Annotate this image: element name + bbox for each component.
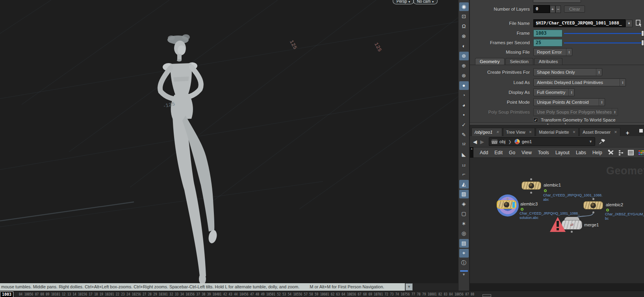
display-flag[interactable] [512,202,515,208]
missing-file-dropdown[interactable]: Report Error [533,48,572,56]
node-label[interactable]: alembic3 [520,202,538,206]
node-input-connector[interactable] [530,178,532,180]
info-icon[interactable]: ⓘ [459,259,469,267]
particle-fan-icon[interactable]: ∗ [459,219,469,228]
menu-tools[interactable]: Tools [538,150,549,155]
lock-icon[interactable]: Ω [459,22,469,31]
transform-geometry-checkbox[interactable]: ✓ [533,118,538,122]
toolbar-overflow-arrow[interactable]: ▼ [462,273,466,276]
transparency-icon[interactable]: ▨ [459,190,469,198]
tab-geometry[interactable]: Geometry [475,58,505,65]
snapping-icon[interactable]: ⊡ [459,12,469,21]
prim-marker-icon[interactable]: ◣ [459,150,469,159]
close-icon[interactable]: ✕ [496,130,499,134]
number-of-layers-field[interactable]: 0 [533,5,550,13]
point-numbers-icon[interactable]: ¹² [459,140,469,149]
point-mode-dropdown[interactable]: Unique Points At Centroid [533,98,605,106]
layers-minus-button[interactable]: − [555,6,561,13]
menu-labs[interactable]: Labs [576,150,586,155]
menu-layout[interactable]: Layout [555,150,570,155]
node-output-connector[interactable] [571,231,573,233]
network-canvas[interactable]: Geometry alembic1 Char_CYEED_JRPQHQ_1001… [470,158,644,283]
snapshot-icon[interactable]: ▤ [459,239,469,248]
new-tab-button[interactable]: + [621,129,634,136]
camera-persp-button[interactable]: Persp [393,0,414,4]
path-field[interactable]: obj ❯ geo1 ▼ [489,137,595,146]
frame-ruler[interactable]: 04 10056 07 08 09 10101 12 13 14 10156 1… [19,292,386,296]
pen-icon[interactable]: ✎ [459,131,469,139]
frame-slider-handle[interactable] [641,30,644,36]
hide-objects-icon[interactable]: ◕ [459,101,469,110]
tab-attributes[interactable]: Attributes [534,58,563,65]
display-options-icon[interactable]: ◎ [459,229,469,238]
fps-field[interactable]: 25 [533,39,562,47]
node-input-connector[interactable] [507,198,509,200]
close-icon[interactable]: ✕ [614,130,617,134]
list-view-icon[interactable] [628,150,634,155]
fps-slider-handle[interactable] [641,40,644,46]
headlight-icon[interactable]: ⊚ [459,52,469,60]
file-name-field[interactable]: $HIP/Char_CYEED_JRPQHQ_1001_1088_ [533,19,625,27]
pane-tab--obj-geo1[interactable]: /obj/geo1✕ [471,128,502,136]
poly-soup-dropdown[interactable]: Use Poly Soups For Polygon Meshes [533,108,618,116]
menu-view[interactable]: View [522,150,532,155]
back-arrow-icon[interactable]: ◀ [473,139,477,145]
close-icon[interactable]: ✕ [529,130,532,134]
menu-go[interactable]: Go [509,150,515,155]
file-name-menu-arrow[interactable]: ▼ [625,20,633,27]
diamond-icon[interactable]: ◈ [459,200,469,208]
pane-tab-asset-browser[interactable]: Asset Browser✕ [579,128,620,136]
menu-add[interactable]: Add [480,150,488,155]
close-icon[interactable]: ✕ [573,130,576,134]
toolbar-scroll-nub[interactable] [460,270,468,272]
menu-help[interactable]: Help [592,150,602,155]
layers-plus-button[interactable]: + [550,6,555,13]
view-select-icon[interactable]: ◉ [459,2,469,11]
normals-icon[interactable]: ◭ [459,180,469,189]
fps-slider[interactable] [564,42,641,43]
load-as-dropdown[interactable]: Alembic Delayed Load Primitives [533,78,626,86]
frame-slider[interactable] [564,33,641,34]
display-as-dropdown[interactable]: Full Geometry [533,88,575,96]
clear-button[interactable]: Clear [564,6,585,13]
node-label[interactable]: merge1 [584,222,599,227]
current-frame-indicator[interactable]: 1003 [0,291,13,297]
network-hierarchy-icon[interactable] [618,150,624,155]
tools-icon[interactable] [608,149,614,155]
node-alembic1[interactable] [522,181,541,190]
add-light-icon[interactable]: ⊕ [459,62,469,70]
pane-maximize-icon[interactable] [639,129,643,133]
smooth-shaded-icon[interactable]: ● [459,81,469,90]
playbar-widget[interactable] [483,294,491,297]
breadcrumb-obj[interactable]: obj [499,139,505,144]
profile-curve-icon[interactable]: ⌐ [459,170,469,179]
forward-arrow-icon[interactable]: ▶ [480,139,484,145]
select-hook-icon[interactable]: ✓ [459,121,469,129]
breadcrumb-geo1[interactable]: geo1 [522,139,532,144]
material-sphere-icon[interactable]: ◐ [459,42,469,50]
menubar-scrollbar[interactable]: ▲ [470,147,473,158]
node-input-connector[interactable] [592,198,594,200]
node-label[interactable]: alembic2 [606,202,623,207]
pane-tab-material-palette[interactable]: Material Palette✕ [536,128,579,136]
playbar[interactable]: 1003 04 10056 07 08 09 10101 12 13 14 10… [0,291,644,297]
no-cam-button[interactable]: No cam [413,0,438,4]
point-light-icon[interactable]: ⊛ [459,71,469,80]
file-chooser-icon[interactable] [635,20,643,27]
divider-dot[interactable]: • [459,111,469,120]
node-alembic3[interactable] [497,200,516,209]
menu-edit[interactable]: Edit [494,150,503,155]
path-dropdown-icon[interactable]: ▼ [589,140,592,144]
pane-tab-tree-view[interactable]: Tree View✕ [503,128,535,136]
prim-numbers-icon[interactable]: ₁₂ [459,160,469,169]
location-pin-icon[interactable]: ⌖ [459,249,469,258]
status-expand-button[interactable]: ▼ [405,283,413,291]
create-primitives-dropdown[interactable]: Shape Nodes Only [533,68,602,76]
node-output-connector[interactable] [592,211,594,213]
pin-icon[interactable] [598,138,605,145]
disable-lighting-icon[interactable]: ⊗ [459,32,469,41]
template-icon[interactable]: ▢ [459,209,469,218]
viewport-pane[interactable]: Persp No cam 125125-125 [0,0,458,291]
tab-selection[interactable]: Selection [505,58,533,65]
display-options-eye-icon[interactable]: ◔ [459,91,469,100]
